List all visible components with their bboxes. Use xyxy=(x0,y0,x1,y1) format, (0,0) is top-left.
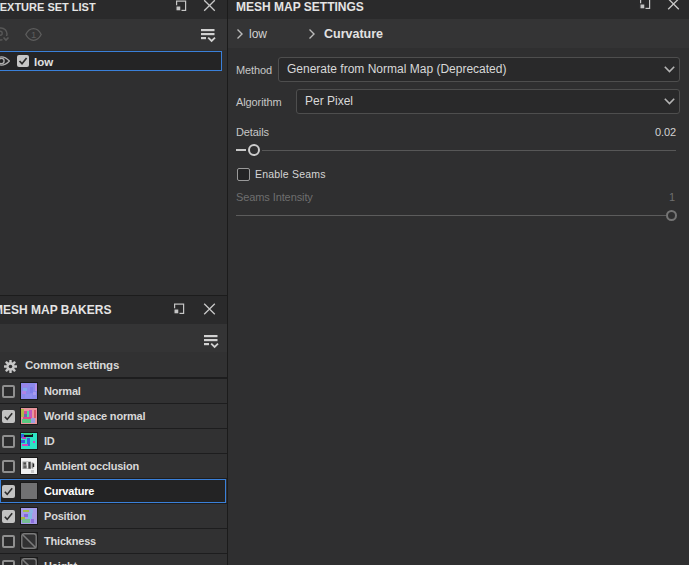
svg-text:1: 1 xyxy=(31,29,36,40)
